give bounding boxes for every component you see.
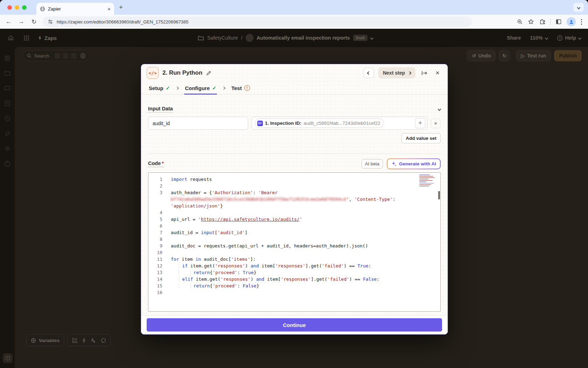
- code-line[interactable]: 11for item in audit_doc['items']:: [148, 256, 440, 263]
- collapse-input-data-icon[interactable]: [438, 108, 441, 111]
- code-line[interactable]: 3auth_header = {'Authorization': 'Bearer: [148, 189, 440, 196]
- code-step-icon: </>: [147, 67, 159, 79]
- add-value-set-button[interactable]: Add value set: [401, 133, 441, 143]
- tab-close-icon[interactable]: ×: [107, 6, 111, 12]
- collapse-sidebar-button[interactable]: [3, 353, 13, 363]
- code-line[interactable]: 5api_url = 'https://api.safetyculture.io…: [148, 216, 440, 223]
- variables-button[interactable]: Variables: [26, 334, 64, 346]
- home-icon[interactable]: [7, 34, 15, 42]
- help-label: Help: [565, 35, 576, 41]
- minimize-window-button[interactable]: [15, 5, 19, 10]
- generate-with-ai-button[interactable]: Generate with AI: [387, 158, 441, 169]
- editor-scrollbar[interactable]: [438, 191, 440, 199]
- generate-with-ai-label: Generate with AI: [399, 161, 436, 166]
- zap-title[interactable]: Automatically email inspection reports: [257, 35, 350, 41]
- browser-tab[interactable]: Zapier ×: [36, 3, 114, 15]
- code-line[interactable]: 10: [148, 249, 440, 256]
- code-line[interactable]: 9audit_doc = requests.get(api_url + audi…: [148, 243, 440, 249]
- code-line[interactable]: 14 elif item.get('responses') and item['…: [148, 276, 440, 282]
- back-icon[interactable]: ←: [4, 16, 14, 27]
- address-bar[interactable]: https://zapier.com/editor/306663960/draf…: [43, 16, 472, 27]
- code-line[interactable]: 8: [148, 236, 440, 243]
- comments-icon[interactable]: [4, 85, 11, 92]
- connections-icon[interactable]: [4, 130, 11, 137]
- section-divider: [148, 153, 441, 154]
- close-window-button[interactable]: [7, 5, 12, 10]
- breadcrumb-folder-label[interactable]: SafetyCulture: [207, 35, 238, 41]
- forward-icon[interactable]: →: [16, 16, 27, 27]
- zap-menu-chevron-icon[interactable]: [370, 36, 374, 40]
- line-number: [148, 196, 162, 203]
- insert-data-button[interactable]: +: [415, 118, 425, 128]
- code-line[interactable]: 4: [148, 209, 440, 216]
- browser-menu-icon[interactable]: [581, 19, 582, 25]
- publish-button[interactable]: Publish: [554, 50, 582, 61]
- chat-bubble-icon[interactable]: [101, 338, 106, 343]
- breadcrumb-separator: /: [241, 35, 243, 41]
- editor-minimap[interactable]: [419, 175, 435, 186]
- zoom-page-icon[interactable]: [517, 19, 523, 25]
- site-settings-icon[interactable]: [48, 19, 53, 25]
- folder-nav-icon[interactable]: [4, 70, 11, 77]
- tab-configure[interactable]: Configure ✓: [184, 82, 217, 94]
- left-sidebar: [0, 47, 15, 368]
- zoom-window-button[interactable]: [22, 5, 27, 10]
- code-line[interactable]: bf742a6a589ad3e3300718c5ce1368b01b109dff…: [148, 196, 440, 203]
- code-line[interactable]: 6: [148, 223, 440, 229]
- share-button[interactable]: Share: [507, 35, 521, 41]
- bolt-cursor-icon[interactable]: [91, 338, 96, 343]
- expand-panel-icon[interactable]: [420, 68, 429, 77]
- new-tab-button[interactable]: +: [119, 4, 123, 11]
- draft-status-badge: Draft: [353, 35, 368, 41]
- reload-icon[interactable]: ↻: [29, 16, 39, 27]
- bolt-tool-icon[interactable]: [82, 338, 86, 343]
- continue-button[interactable]: Continue: [147, 318, 442, 332]
- zoom-level: 110%: [530, 35, 542, 41]
- history-icon[interactable]: [4, 115, 11, 122]
- remove-row-button[interactable]: ×: [431, 118, 441, 128]
- apps-grid-icon[interactable]: [22, 34, 30, 42]
- profile-avatar[interactable]: [567, 17, 576, 26]
- code-line[interactable]: 16: [148, 289, 440, 296]
- mapped-field-token[interactable]: SC 1. Inspection ID: audit_c5891f4ab...7…: [255, 118, 384, 128]
- tab-test[interactable]: Test !: [231, 82, 251, 94]
- close-modal-icon[interactable]: ×: [433, 68, 442, 77]
- help-menu[interactable]: ? Help: [557, 35, 581, 41]
- code-editor[interactable]: 1import requests2 3auth_header = {'Autho…: [148, 172, 441, 312]
- code-line[interactable]: 2: [148, 183, 440, 189]
- bookmark-star-icon[interactable]: [528, 19, 534, 25]
- previous-step-button[interactable]: [364, 68, 374, 78]
- zaps-nav[interactable]: Zaps: [38, 35, 57, 41]
- add-step-icon[interactable]: [72, 338, 77, 343]
- input-key-field[interactable]: [148, 117, 248, 130]
- tab-search-button[interactable]: [573, 3, 584, 12]
- canvas-search[interactable]: Search: [22, 50, 89, 61]
- input-value-field[interactable]: SC 1. Inspection ID: audit_c5891f4ab...7…: [252, 117, 427, 130]
- line-number: 15: [148, 282, 162, 289]
- dashboard-icon[interactable]: [4, 55, 11, 62]
- notes-icon[interactable]: [4, 100, 11, 107]
- rename-step-icon[interactable]: [206, 70, 211, 76]
- code-line[interactable]: 15 return{'proceed': False}: [148, 282, 440, 289]
- redo-icon: ↻: [503, 53, 507, 59]
- tab-setup[interactable]: Setup ✓: [148, 82, 170, 94]
- zoom-control[interactable]: 110%: [530, 35, 547, 41]
- redo-button[interactable]: ↻: [499, 50, 510, 61]
- bolt-icon: [38, 35, 42, 41]
- undo-button[interactable]: ↺ Undo: [467, 50, 496, 61]
- extensions-icon[interactable]: [539, 19, 545, 25]
- settings-gear-icon[interactable]: [4, 145, 11, 152]
- briefcase-icon[interactable]: [4, 160, 11, 167]
- side-panel-icon[interactable]: [555, 19, 562, 25]
- publish-label: Publish: [559, 53, 577, 59]
- test-run-button[interactable]: ▷ Test run: [516, 50, 551, 61]
- code-line[interactable]: 1import requests: [148, 176, 440, 183]
- next-step-button[interactable]: Next step: [378, 67, 415, 79]
- browser-chrome: Zapier × + ← → ↻ https://zapier.com/edit…: [0, 0, 588, 29]
- shortcut-key: [63, 53, 68, 59]
- code-line[interactable]: 7audit_id = input['audit_id']: [148, 229, 440, 236]
- ai-beta-badge[interactable]: AI beta: [362, 159, 383, 169]
- code-line[interactable]: 'application/json'}: [148, 203, 440, 209]
- code-line[interactable]: 13 return{'proceed': True}: [148, 269, 440, 276]
- code-line[interactable]: 12 if item.get('responses') and item['re…: [148, 263, 440, 269]
